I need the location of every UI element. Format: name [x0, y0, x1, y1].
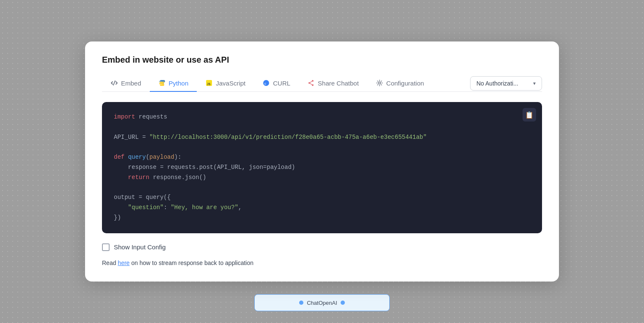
tab-configuration[interactable]: Configuration	[367, 75, 432, 92]
background-chatbot-bar: ChatOpenAI	[254, 294, 390, 311]
chatbot-bar-label: ChatOpenAI	[307, 300, 337, 306]
tab-curl[interactable]: C CURL	[254, 75, 299, 92]
read-suffix: on how to stream response back to applic…	[129, 260, 253, 266]
show-input-config-checkbox[interactable]	[102, 243, 110, 251]
code-line-blank-1	[114, 122, 530, 133]
code-line-blank-2	[114, 143, 530, 153]
tab-python[interactable]: Python	[150, 75, 197, 92]
code-line-4: response = requests.post(API_URL, json=p…	[114, 163, 530, 173]
embed-modal: Embed in website or use as API Embed	[85, 41, 559, 282]
svg-point-5	[308, 82, 310, 84]
svg-text:C: C	[264, 83, 266, 85]
code-line-5: return response.json()	[114, 173, 530, 183]
tab-share[interactable]: Share Chatbot	[299, 75, 367, 92]
code-line-6: output = query({	[114, 193, 530, 203]
auth-dropdown-label: No Authorizati...	[476, 80, 518, 87]
svg-line-9	[310, 83, 312, 85]
modal-overlay: ChatOpenAI Embed in website or use as AP…	[0, 0, 644, 323]
chatbot-dot-icon	[299, 301, 303, 305]
code-line-2: API_URL = "http://localhost:3000/api/v1/…	[114, 133, 530, 143]
tab-javascript[interactable]: JS JavaScript	[197, 75, 254, 92]
code-line-1: import requests	[114, 112, 530, 122]
code-content: import requests API_URL = "http://localh…	[114, 112, 530, 223]
config-icon	[376, 79, 383, 87]
tab-embed-label: Embed	[121, 80, 141, 87]
tab-share-label: Share Chatbot	[318, 80, 359, 87]
code-line-blank-3	[114, 183, 530, 193]
svg-point-10	[378, 82, 380, 84]
read-here-link[interactable]: here	[118, 260, 129, 266]
embed-icon	[110, 79, 118, 87]
copy-code-button[interactable]: 📋	[523, 108, 536, 121]
tab-javascript-label: JavaScript	[216, 80, 245, 87]
curl-icon: C	[262, 79, 270, 87]
show-input-config-row: Show Input Config	[102, 243, 542, 251]
chevron-down-icon: ▾	[533, 80, 536, 86]
tab-curl-label: CURL	[273, 80, 290, 87]
svg-point-6	[312, 80, 314, 82]
python-icon	[158, 79, 166, 87]
tab-embed[interactable]: Embed	[102, 75, 150, 92]
show-input-config-label: Show Input Config	[114, 243, 166, 251]
svg-line-0	[113, 81, 115, 85]
tabs-row: Embed Python JS	[102, 75, 542, 92]
js-icon: JS	[205, 79, 213, 87]
share-icon	[307, 79, 315, 87]
code-line-3: def query(payload):	[114, 152, 530, 163]
code-line-8: })	[114, 213, 530, 223]
svg-line-8	[310, 81, 312, 83]
chatbot-dot2-icon	[341, 301, 345, 305]
code-line-7: "question": "Hey, how are you?",	[114, 203, 530, 213]
read-more-section: Read here on how to stream response back…	[102, 260, 542, 266]
read-prefix: Read	[102, 260, 118, 266]
svg-text:JS: JS	[207, 83, 210, 86]
tab-config-label: Configuration	[386, 80, 424, 87]
svg-point-7	[312, 84, 314, 86]
auth-dropdown[interactable]: No Authorizati... ▾	[470, 76, 542, 91]
modal-title: Embed in website or use as API	[102, 55, 542, 65]
tab-python-label: Python	[169, 80, 189, 87]
clipboard-icon: 📋	[525, 111, 534, 119]
code-block: 📋 import requests API_URL = "http://loca…	[102, 102, 542, 233]
